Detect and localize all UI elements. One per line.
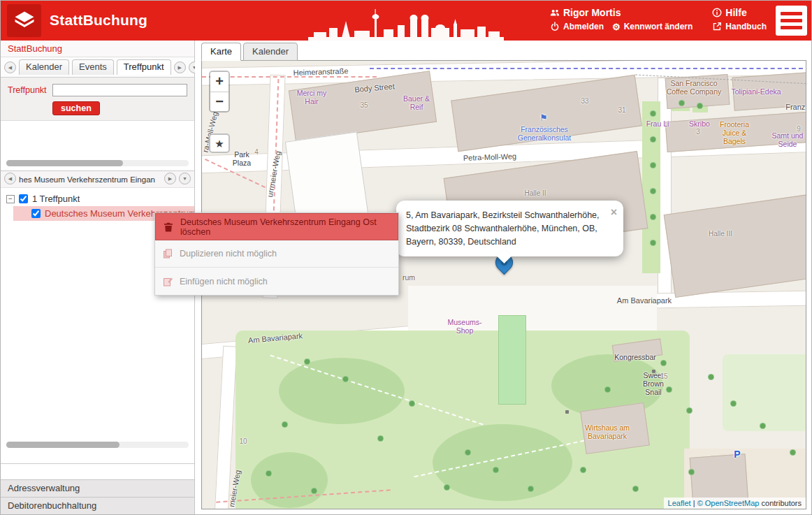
zoom-in-button[interactable]: + (210, 72, 229, 92)
zoom-out-button[interactable]: − (210, 92, 229, 111)
app-window: StattBuchung (0, 0, 812, 515)
statue-icon (565, 410, 569, 414)
tree-icon (651, 240, 655, 245)
tree-icon (760, 423, 765, 428)
tree-icon (305, 359, 310, 364)
accordion-adressverwaltung[interactable]: Adressverwaltung (1, 479, 194, 497)
attribution-suffix: contributors (762, 499, 802, 507)
osm-link[interactable]: © OpenStreetMap (697, 499, 760, 507)
wirtshaus-building (580, 402, 650, 454)
logout-label: Abmelden (563, 22, 604, 31)
halle-3-building (664, 194, 806, 298)
manual-link[interactable]: Handbuch (712, 22, 767, 31)
attribution-separator: | (693, 499, 695, 507)
manual-label: Handbuch (725, 22, 767, 31)
suchen-button[interactable]: suchen (52, 101, 100, 115)
collapse-icon[interactable]: − (6, 195, 15, 203)
tab-karte[interactable]: Karte (201, 43, 241, 61)
map-popup: 5, Am Bavariapark, Bezirksteil Schwantha… (396, 201, 623, 256)
logout-link[interactable]: Abmelden (550, 22, 604, 31)
park-grove (433, 424, 572, 501)
tree-icon (409, 401, 414, 406)
treffpunkt-input[interactable] (52, 84, 187, 96)
tree-icon (697, 103, 702, 108)
leaflet-link[interactable]: Leaflet (668, 499, 691, 507)
app-logo[interactable] (7, 4, 41, 37)
tabs-scroll-right-button[interactable]: ▶ (174, 61, 186, 73)
accordion-debitorenbuchhaltung[interactable]: Debitorenbuchhaltung (1, 497, 194, 514)
tree-row-root: − 1 Treffpunkt (1, 191, 194, 206)
user-menu[interactable]: Rigor Mortis (550, 7, 693, 18)
tabs-scroll-left-button[interactable]: ◀ (4, 61, 16, 73)
hamburger-icon (781, 19, 802, 22)
header-links: Rigor Mortis Abmelden ⚙ Kennwort ändern (550, 7, 767, 31)
favorite-button[interactable]: ★ (209, 133, 230, 153)
chevron-down-icon: ▼ (182, 176, 187, 181)
tree-panel-title: hes Museum Verkehrszentrum Eingan (19, 175, 161, 184)
sidebar-title: StattBuchung (1, 41, 194, 57)
scrollbar-thumb[interactable] (6, 160, 123, 166)
context-menu-delete-item[interactable]: Deutsches Museum Verkehrszentrum Eingang… (155, 213, 398, 240)
book-logo-icon (12, 8, 37, 34)
sidebar-tabbar: ◀ Kalender Events Treffpunkt ▶ ▼ (1, 57, 194, 78)
tree-icon (266, 471, 271, 476)
tree-icon (687, 408, 692, 413)
help-label: Hilfe (725, 7, 746, 18)
tree-icon (651, 137, 655, 142)
zoom-control: + − (209, 71, 230, 113)
power-icon (550, 22, 560, 31)
external-link-icon (712, 22, 722, 31)
paste-icon (162, 276, 173, 287)
help-link[interactable]: Hilfe (712, 7, 767, 18)
tree-icon (312, 488, 317, 493)
tree-icon (679, 101, 684, 106)
root-checkbox[interactable] (19, 194, 28, 203)
change-password-label: Kennwort ändern (624, 22, 693, 31)
lawn (723, 354, 806, 431)
map-label: rum (403, 273, 415, 282)
context-menu-paste-item: Einfügen nicht möglich (155, 268, 398, 295)
tree-list-button[interactable]: ▼ (179, 173, 191, 184)
gear-icon: ⚙ (612, 22, 621, 31)
duplicate-item-label: Duplizieren nicht möglich (180, 249, 277, 259)
tree-root-label[interactable]: 1 Treffpunkt (32, 194, 80, 204)
tree-icon (731, 401, 736, 406)
park-grove (279, 358, 405, 424)
scrollbar-thumb[interactable] (6, 442, 119, 448)
chevron-left-icon: ◀ (8, 176, 12, 182)
treffpunkt-checkbox[interactable] (31, 209, 41, 218)
menu-button[interactable] (776, 6, 807, 36)
tab-kalender-main[interactable]: Kalender (243, 43, 298, 61)
delete-item-label: Deutsches Museum Verkehrszentrum Eingang… (180, 217, 391, 237)
tree-icon (493, 467, 498, 472)
user-name: Rigor Mortis (563, 7, 621, 18)
tree-icon (378, 436, 383, 441)
context-menu-duplicate-item: Duplizieren nicht möglich (155, 240, 398, 268)
tree-title-scroll-right-button[interactable]: ▶ (164, 173, 176, 184)
tree-horizontal-scrollbar (6, 442, 189, 448)
tree-icon (667, 387, 672, 392)
tree-title-scroll-left-button[interactable]: ◀ (4, 173, 16, 184)
main-tabbar: Karte Kalender (201, 43, 298, 61)
page-title: StattBuchung (50, 12, 147, 29)
statue-icon (652, 370, 655, 373)
hamburger-icon (781, 12, 802, 15)
results-area (1, 121, 194, 157)
munich-skyline-graphic (308, 7, 504, 41)
tree-icon (343, 377, 348, 382)
tab-events[interactable]: Events (72, 59, 114, 75)
chevron-right-icon: ▶ (168, 176, 172, 182)
hamburger-icon (781, 26, 802, 29)
duplicate-icon (162, 248, 173, 259)
users-icon (550, 8, 560, 17)
chevron-left-icon: ◀ (8, 65, 12, 71)
chevron-right-icon: ▶ (177, 65, 181, 71)
tree-icon (444, 485, 449, 490)
sidebar-accordion: Adressverwaltung Debitorenbuchhaltung (1, 479, 194, 514)
tab-treffpunkt[interactable]: Treffpunkt (117, 59, 171, 75)
close-icon[interactable]: × (611, 204, 617, 221)
change-password-link[interactable]: ⚙ Kennwort ändern (612, 22, 693, 31)
tree-icon (709, 375, 713, 379)
road (215, 346, 238, 509)
tab-kalender[interactable]: Kalender (19, 59, 69, 75)
